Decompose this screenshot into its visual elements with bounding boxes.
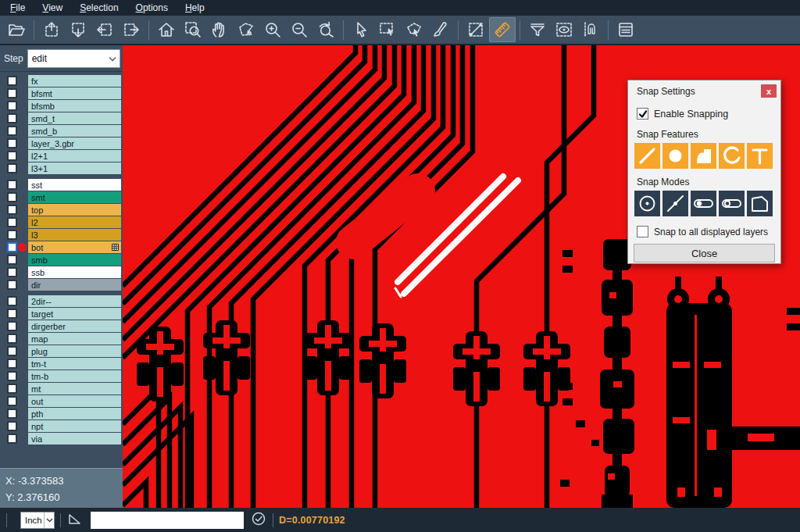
layer-name-cell[interactable]: mt xyxy=(28,383,121,395)
layer-visibility-checkbox[interactable] xyxy=(7,309,17,319)
layer-name-cell[interactable]: out xyxy=(28,395,121,407)
layer-visibility-checkbox[interactable] xyxy=(7,334,17,344)
dialog-close-action-button[interactable]: Close xyxy=(634,244,775,262)
snap-mode-corner-button[interactable] xyxy=(747,191,773,216)
layer-name-cell[interactable]: bfsmt xyxy=(28,87,121,99)
select-rectangle-button[interactable] xyxy=(374,17,401,42)
ruler-button[interactable] xyxy=(489,17,516,42)
layer-row-sst[interactable]: sst xyxy=(0,178,123,191)
step-combobox[interactable]: edit xyxy=(27,49,120,68)
layer-name-cell[interactable]: top xyxy=(28,204,121,216)
layer-name-cell[interactable]: l2 xyxy=(28,216,121,228)
menu-options[interactable]: Options xyxy=(127,2,177,13)
layer-visibility-checkbox[interactable] xyxy=(7,384,17,394)
snap-feature-surface-button[interactable] xyxy=(691,143,716,169)
pan-down-button[interactable] xyxy=(65,17,91,42)
layer-name-cell[interactable]: map xyxy=(28,333,121,345)
layer-row-layer_3.gbr[interactable]: layer_3.gbr xyxy=(0,137,123,149)
snap-button[interactable] xyxy=(577,17,604,42)
layer-visibility-checkbox[interactable] xyxy=(7,88,17,98)
layer-name-cell[interactable]: l3 xyxy=(28,229,121,241)
layer-row-dirgerber[interactable]: dirgerber xyxy=(0,320,123,332)
layer-visibility-checkbox[interactable] xyxy=(7,151,17,161)
open-file-button[interactable] xyxy=(3,17,30,42)
layer-name-cell[interactable]: pth xyxy=(28,408,121,420)
layer-name-cell[interactable]: ssb xyxy=(28,266,121,278)
zoom-window-button[interactable] xyxy=(180,17,206,42)
layer-row-target[interactable]: target xyxy=(0,307,123,320)
layer-row-map[interactable]: map xyxy=(0,332,123,345)
layer-row-mt[interactable]: mt xyxy=(0,382,123,395)
layer-row-fx[interactable]: fx xyxy=(0,74,123,87)
layer-visibility-checkbox[interactable] xyxy=(7,409,17,419)
layer-name-cell[interactable]: tm-t xyxy=(28,358,121,370)
layer-visibility-checkbox[interactable] xyxy=(7,359,17,369)
layer-visibility-checkbox[interactable] xyxy=(7,101,17,111)
enable-snapping-checkbox[interactable] xyxy=(637,108,648,120)
menu-selection[interactable]: Selection xyxy=(71,2,127,13)
clear-highlight-button[interactable] xyxy=(427,17,454,42)
layer-visibility-checkbox[interactable] xyxy=(7,242,17,252)
layer-row-bfsmb[interactable]: bfsmb xyxy=(0,99,123,112)
layer-name-cell[interactable]: 2dir-- xyxy=(28,295,121,307)
layer-row-tm-b[interactable]: tm-b xyxy=(0,370,123,382)
layer-name-cell[interactable]: l2+1 xyxy=(28,150,121,162)
snap-mode-center-button[interactable] xyxy=(634,191,660,216)
layer-visibility-checkbox[interactable] xyxy=(7,255,17,265)
layer-name-cell[interactable]: plug xyxy=(28,345,121,357)
layer-visibility-checkbox[interactable] xyxy=(7,205,17,215)
pan-hand-button[interactable] xyxy=(206,17,233,42)
layer-name-cell[interactable]: sst xyxy=(28,179,121,191)
zoom-polygon-button[interactable] xyxy=(233,17,259,42)
pan-left-button[interactable] xyxy=(91,17,118,42)
layer-row-smt[interactable]: smt xyxy=(0,191,123,203)
layer-visibility-checkbox[interactable] xyxy=(7,76,17,86)
layer-row-plug[interactable]: plug xyxy=(0,345,123,357)
layer-row-via[interactable]: via xyxy=(0,432,123,445)
layer-row-bfsmt[interactable]: bfsmt xyxy=(0,87,123,99)
grid-icon[interactable] xyxy=(112,244,119,251)
snap-feature-circle-button[interactable] xyxy=(662,143,688,169)
layer-row-npt[interactable]: npt xyxy=(0,420,123,432)
layer-name-cell[interactable]: fx xyxy=(28,75,121,87)
layer-name-cell[interactable]: npt xyxy=(28,420,121,432)
zoom-out-button[interactable] xyxy=(286,17,312,42)
layer-name-cell[interactable]: via xyxy=(28,433,121,445)
layer-name-cell[interactable]: dir xyxy=(28,279,121,291)
layer-visibility-checkbox[interactable] xyxy=(7,321,17,331)
layer-name-cell[interactable]: bfsmb xyxy=(28,100,121,112)
layer-row-smd_t[interactable]: smd_t xyxy=(0,112,123,124)
layer-name-cell[interactable]: l3+1 xyxy=(28,162,121,174)
layer-visibility-checkbox[interactable] xyxy=(7,296,17,306)
layer-name-cell[interactable]: smd_t xyxy=(28,112,121,124)
layer-visibility-checkbox[interactable] xyxy=(7,126,17,136)
zoom-previous-button[interactable] xyxy=(312,17,339,42)
pan-right-button[interactable] xyxy=(118,17,145,42)
view-options-button[interactable] xyxy=(551,17,577,42)
layer-name-cell[interactable]: smb xyxy=(28,254,121,266)
measure-distance-button[interactable] xyxy=(462,17,489,42)
zoom-home-button[interactable] xyxy=(153,17,180,42)
report-button[interactable] xyxy=(612,17,639,42)
layer-name-cell[interactable]: smt xyxy=(28,191,121,203)
layer-name-cell[interactable]: target xyxy=(28,308,121,320)
layer-visibility-checkbox[interactable] xyxy=(7,217,17,227)
snap-feature-line-button[interactable] xyxy=(634,143,660,169)
layer-visibility-checkbox[interactable] xyxy=(7,163,17,173)
layer-row-bot[interactable]: bot xyxy=(0,241,123,253)
unit-combobox[interactable]: Inch xyxy=(20,512,55,529)
layer-row-l2+1[interactable]: l2+1 xyxy=(0,149,123,162)
layer-row-smb[interactable]: smb xyxy=(0,253,123,266)
layer-row-out[interactable]: out xyxy=(0,395,123,407)
layer-row-smd_b[interactable]: smd_b xyxy=(0,124,123,137)
layer-name-cell[interactable]: smd_b xyxy=(28,125,121,137)
layer-name-cell[interactable]: bot xyxy=(28,241,121,253)
menu-file[interactable]: File xyxy=(2,2,34,13)
menu-help[interactable]: Help xyxy=(177,2,213,13)
layer-row-ssb[interactable]: ssb xyxy=(0,266,123,278)
layer-visibility-checkbox[interactable] xyxy=(7,346,17,356)
layer-visibility-checkbox[interactable] xyxy=(7,230,17,240)
layer-visibility-checkbox[interactable] xyxy=(7,421,17,431)
select-arrow-button[interactable] xyxy=(348,17,374,42)
layer-visibility-checkbox[interactable] xyxy=(7,138,17,148)
